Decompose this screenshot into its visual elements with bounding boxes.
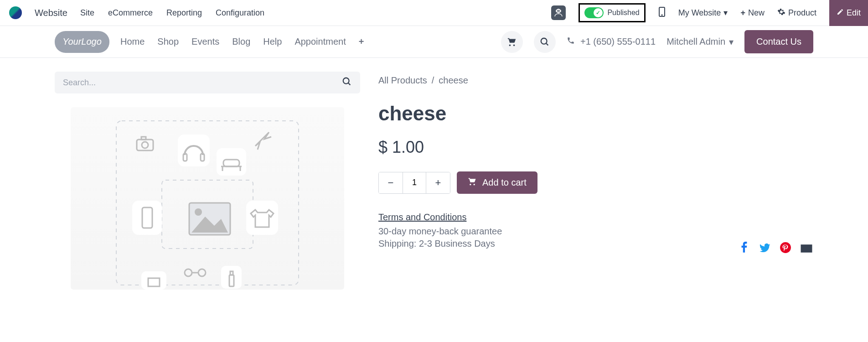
my-website-label: My Website: [678, 8, 721, 18]
new-label: New: [748, 8, 765, 18]
caret-down-icon: ▾: [729, 36, 734, 47]
user-dropdown[interactable]: Mitchell Admin ▾: [666, 36, 734, 47]
svg-rect-29: [221, 266, 242, 289]
admin-nav-site[interactable]: Site: [80, 8, 94, 18]
admin-right: My Website ▾ + New Product: [658, 7, 816, 19]
user-name: Mitchell Admin: [666, 36, 725, 47]
mobile-preview-icon[interactable]: [658, 7, 666, 19]
svg-rect-18: [217, 148, 246, 176]
site-nav: Home Shop Events Blog Help Appointment +: [120, 36, 364, 47]
svg-rect-15: [178, 135, 210, 166]
svg-point-34: [780, 242, 791, 253]
pinterest-icon[interactable]: [780, 242, 791, 259]
plus-icon: +: [740, 8, 745, 18]
add-to-cart-label: Add to cart: [482, 177, 527, 188]
search-input[interactable]: [63, 78, 342, 88]
svg-point-13: [142, 142, 148, 148]
svg-line-7: [348, 83, 351, 85]
phone-number: +1 (650) 555-0111: [580, 36, 656, 47]
svg-point-26: [185, 269, 192, 276]
qty-input[interactable]: [403, 172, 426, 193]
right-column: All Products / cheese cheese $ 1.00 − + …: [378, 72, 813, 290]
facebook-icon[interactable]: [739, 242, 750, 259]
nav-shop[interactable]: Shop: [157, 36, 179, 47]
new-button[interactable]: + New: [740, 8, 765, 18]
svg-rect-25: [246, 201, 278, 235]
product-settings-button[interactable]: Product: [777, 8, 816, 18]
product-image-placeholder: [71, 107, 344, 290]
nav-help[interactable]: Help: [263, 36, 282, 47]
terms-link[interactable]: Terms and Conditions: [378, 212, 813, 223]
nav-appointment[interactable]: Appointment: [294, 36, 346, 47]
add-to-cart-button[interactable]: Add to cart: [457, 171, 537, 194]
phone-contact[interactable]: +1 (650) 555-0111: [567, 36, 656, 47]
site-header: YourLogo Home Shop Events Blog Help Appo…: [0, 26, 868, 58]
caret-down-icon: ▾: [723, 8, 728, 18]
svg-point-6: [343, 78, 349, 84]
svg-rect-14: [141, 137, 146, 140]
svg-point-27: [198, 269, 206, 276]
breadcrumb-current: cheese: [439, 75, 468, 86]
avatar[interactable]: [551, 5, 566, 20]
svg-line-5: [546, 43, 548, 45]
published-toggle[interactable]: ✓ Published: [579, 3, 645, 22]
twitter-icon[interactable]: [759, 242, 771, 259]
published-label: Published: [607, 9, 639, 17]
breadcrumb: All Products / cheese: [378, 75, 813, 86]
admin-nav-reporting[interactable]: Reporting: [166, 8, 202, 18]
product-title: cheese: [378, 102, 813, 125]
nav-blog[interactable]: Blog: [232, 36, 250, 47]
cart-button[interactable]: [501, 31, 523, 53]
svg-point-4: [541, 38, 547, 44]
product-search[interactable]: [55, 72, 360, 93]
site-logo[interactable]: YourLogo: [55, 31, 109, 53]
admin-nav: Site eCommerce Reporting Configuration: [80, 8, 264, 18]
breadcrumb-separator: /: [432, 75, 434, 86]
gear-icon: [777, 8, 785, 18]
svg-rect-23: [132, 201, 162, 235]
content: All Products / cheese cheese $ 1.00 − + …: [0, 58, 868, 303]
edit-label: Edit: [847, 8, 861, 18]
product-label: Product: [788, 8, 816, 18]
svg-point-11: [195, 208, 202, 216]
contact-us-button[interactable]: Contact Us: [744, 30, 813, 53]
add-page-icon[interactable]: +: [359, 36, 364, 47]
email-icon[interactable]: [800, 242, 813, 259]
qty-plus-button[interactable]: +: [426, 172, 450, 193]
guarantee-text: 30-day money-back guarantee: [378, 226, 813, 237]
phone-icon: [567, 36, 575, 47]
nav-home[interactable]: Home: [120, 36, 145, 47]
product-price: $ 1.00: [378, 138, 813, 157]
my-website-dropdown[interactable]: My Website ▾: [678, 8, 728, 18]
search-icon: [342, 77, 352, 88]
app-title: Website: [35, 8, 67, 18]
cart-row: − + Add to cart: [378, 171, 813, 194]
app-logo-icon: [9, 6, 22, 19]
admin-nav-ecommerce[interactable]: eCommerce: [108, 8, 153, 18]
admin-bar: Website Site eCommerce Reporting Configu…: [0, 0, 868, 26]
quantity-stepper: − +: [378, 172, 450, 194]
pencil-icon: [837, 8, 844, 18]
svg-point-0: [557, 9, 560, 13]
toggle-switch-icon: ✓: [584, 7, 604, 18]
breadcrumb-root[interactable]: All Products: [378, 75, 427, 86]
cart-icon: [468, 177, 477, 188]
left-column: [55, 72, 360, 290]
nav-events[interactable]: Events: [191, 36, 219, 47]
qty-minus-button[interactable]: −: [379, 172, 403, 193]
edit-button[interactable]: Edit: [829, 0, 868, 26]
search-button[interactable]: [534, 31, 556, 53]
admin-nav-configuration[interactable]: Configuration: [216, 8, 264, 18]
